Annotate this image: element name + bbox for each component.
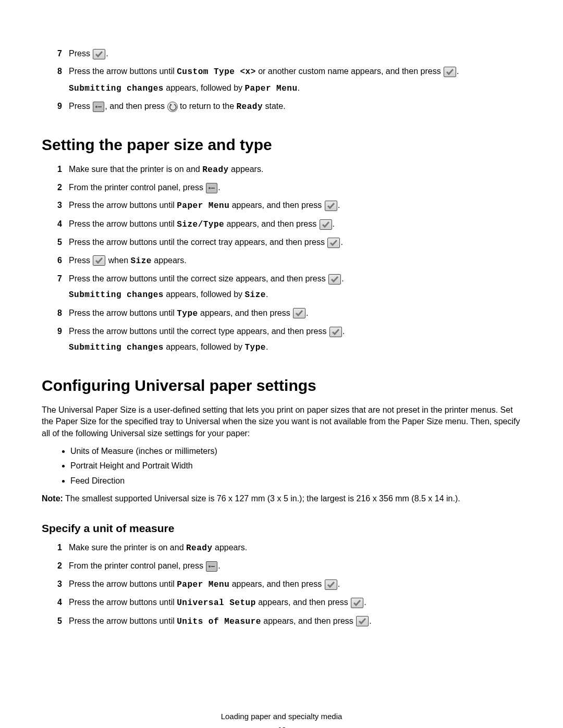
step-text: .	[218, 183, 220, 192]
mono-text: Size	[244, 290, 265, 300]
back-button-icon	[167, 102, 178, 112]
check-button-icon	[93, 255, 105, 266]
check-button-icon	[325, 201, 337, 211]
step-text: appears, followed by	[164, 83, 245, 92]
svg-point-2	[209, 187, 211, 189]
mono-text: Paper Menu	[244, 84, 297, 93]
step-number: 1	[57, 542, 62, 553]
step-text: .	[218, 561, 220, 570]
step-text: Press the arrow buttons until	[69, 67, 177, 76]
specify-steps-list: 1 Make sure the printer is on and Ready …	[42, 542, 521, 627]
step-9: 9 Press the arrow buttons until the corr…	[57, 326, 521, 354]
mono-text: Size/Type	[177, 220, 224, 229]
check-button-icon	[356, 616, 369, 626]
mono-text: Universal Setup	[177, 598, 256, 608]
bullet-item: Units of Measure (inches or millimeters)	[70, 446, 521, 457]
step-text: appears, and then press	[229, 579, 324, 588]
step-text: .	[298, 83, 300, 92]
mono-text: Paper Menu	[177, 580, 229, 589]
step-3: 3 Press the arrow buttons until Paper Me…	[57, 578, 521, 590]
check-button-icon	[293, 308, 305, 318]
step-text: Press the arrow buttons until	[69, 219, 177, 228]
check-button-icon	[328, 274, 341, 285]
step-number: 7	[57, 48, 62, 59]
step-8: 8 Press the arrow buttons until Custom T…	[57, 66, 521, 94]
step-text: .	[340, 238, 342, 246]
step-text: appears.	[229, 165, 264, 174]
step-9: 9 Press , and then press to return to th…	[57, 101, 521, 113]
step-text: Press the arrow buttons until	[69, 579, 177, 588]
svg-rect-3	[211, 188, 215, 189]
step-text: .	[341, 274, 344, 283]
step-text: .	[342, 327, 345, 336]
step-text: Press the arrow buttons until the correc…	[69, 274, 328, 283]
step-text: .	[457, 67, 459, 76]
note-label: Note:	[42, 494, 63, 503]
menu-button-icon	[206, 183, 217, 193]
step-6: 6 Press when Size appears.	[57, 255, 521, 267]
bullet-item: Portrait Height and Portrait Width	[70, 460, 521, 472]
step-text: when	[106, 256, 130, 265]
step-text: Make sure the printer is on and	[69, 543, 186, 552]
svg-point-4	[209, 565, 211, 567]
mono-text: Submitting changes	[69, 290, 164, 300]
step-text: appears, and then press	[198, 309, 292, 317]
step-subtext: Submitting changes appears, followed by …	[69, 341, 521, 353]
menu-button-icon	[93, 102, 104, 112]
check-button-icon	[444, 67, 456, 77]
step-text: state.	[263, 102, 286, 110]
step-number: 9	[57, 101, 62, 112]
heading-specify-unit: Specify a unit of measure	[42, 521, 521, 536]
step-text: Press the arrow buttons until the correc…	[69, 327, 329, 336]
step-text: appears, and then press	[229, 201, 324, 209]
step-text: From the printer control panel, press	[69, 561, 205, 570]
note-text: The smallest supported Universal size is…	[63, 494, 460, 503]
step-number: 6	[57, 255, 62, 266]
check-button-icon	[327, 238, 340, 248]
step-text: , and then press	[105, 102, 167, 110]
setting-steps-list: 1 Make sure that the printer is on and R…	[42, 164, 521, 354]
step-text: appears.	[152, 256, 187, 265]
step-subtext: Submitting changes appears, followed by …	[69, 82, 521, 94]
step-text: .	[266, 290, 268, 299]
check-button-icon	[93, 49, 105, 59]
mono-text: Ready	[186, 544, 213, 553]
mono-text: Paper Menu	[177, 201, 229, 211]
mono-text: Units of Measure	[177, 617, 261, 626]
step-number: 4	[57, 597, 62, 608]
step-1: 1 Make sure that the printer is on and R…	[57, 164, 521, 176]
mono-text: Submitting changes	[69, 84, 164, 93]
step-text: Press the arrow buttons until	[69, 598, 177, 607]
footer-text: Loading paper and specialty media	[42, 711, 521, 722]
step-2: 2 From the printer control panel, press …	[57, 182, 521, 193]
step-text: Press	[69, 102, 92, 110]
step-number: 3	[57, 578, 62, 590]
step-text: From the printer control panel, press	[69, 183, 205, 192]
step-text: to return to the	[178, 102, 237, 110]
step-number: 7	[57, 273, 62, 285]
step-text: .	[306, 309, 308, 317]
step-text: .	[369, 616, 371, 625]
step-text: Make sure that the printer is on and	[69, 165, 202, 174]
step-text: .	[266, 342, 268, 351]
step-text: appears, and then press	[261, 616, 356, 625]
step-text: Press	[69, 49, 92, 58]
svg-rect-5	[211, 566, 215, 567]
top-steps-list: 7 Press . 8 Press the arrow buttons unti…	[42, 48, 521, 113]
config-paragraph: The Universal Paper Size is a user-defin…	[42, 404, 521, 439]
step-text: appears.	[213, 543, 248, 552]
step-4: 4 Press the arrow buttons until Size/Typ…	[57, 218, 521, 230]
mono-text: Submitting changes	[69, 343, 164, 352]
menu-button-icon	[206, 561, 217, 572]
step-number: 2	[57, 182, 62, 193]
step-4: 4 Press the arrow buttons until Universa…	[57, 597, 521, 609]
step-number: 9	[57, 326, 62, 337]
page-number: 40	[42, 725, 521, 728]
step-number: 5	[57, 615, 62, 627]
bullet-item: Feed Direction	[70, 475, 521, 487]
step-text: appears, followed by	[164, 290, 245, 299]
mono-text: Type	[244, 343, 265, 352]
step-text: Press	[69, 256, 92, 265]
step-text: appears, followed by	[164, 342, 245, 351]
step-text: appears, and then press	[256, 598, 350, 607]
